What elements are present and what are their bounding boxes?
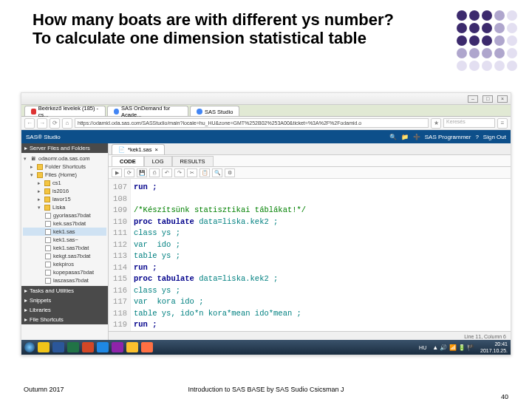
folder-icon: [44, 197, 50, 202]
paste-button[interactable]: 📋: [200, 168, 210, 177]
tree-item[interactable]: ▸cs1: [23, 179, 106, 187]
folder-icon: [37, 172, 43, 178]
source-text[interactable]: run ; /*Készítsünk statisztikai táblákat…: [131, 179, 306, 331]
cut-button[interactable]: ✂: [187, 168, 197, 177]
editor-toolbar: ▶ ⟳ 💾 ⎙ ↶ ↷ ✂ 📋 🔍 ⚙: [109, 167, 511, 179]
sas-studio-icon: [197, 109, 202, 115]
line-gutter: 1071081091101111121131141151161171181191…: [109, 179, 131, 331]
settings-button[interactable]: ⚙: [225, 168, 235, 177]
system-clock[interactable]: 20:412017.10.25.: [480, 341, 508, 354]
redo-button[interactable]: ↷: [174, 168, 185, 177]
page-number: 40: [501, 393, 508, 399]
start-button[interactable]: [24, 342, 35, 352]
tree-item-selected[interactable]: kek1.sas: [23, 228, 106, 236]
role-label: SAS Programmer: [425, 134, 471, 140]
tree-item[interactable]: kekgt.sas7bdat: [23, 252, 106, 260]
browser-tab-1[interactable]: Beérkező levelek (185) - cs...: [24, 106, 106, 116]
tree-item[interactable]: ▸is2016: [23, 187, 106, 195]
menu-button[interactable]: ≡: [497, 118, 508, 129]
browser-tab-2[interactable]: SAS OnDemand for Acade...: [107, 106, 188, 116]
print-button[interactable]: ⎙: [149, 168, 160, 177]
folder-icon: [37, 164, 43, 170]
undo-button[interactable]: ↶: [162, 168, 172, 177]
file-icon: [45, 245, 51, 251]
file-icon: [45, 237, 51, 243]
file-icon: [45, 213, 51, 219]
file-tabs: 📄 *kek1.sas ×: [109, 143, 511, 155]
tree-item[interactable]: ▸Folder Shortcuts: [23, 163, 106, 171]
bookmark-button[interactable]: ★: [431, 118, 441, 129]
forward-button[interactable]: →: [37, 118, 47, 129]
refresh-button[interactable]: ⟳: [124, 168, 134, 177]
tree-item[interactable]: kopepasas7bdat: [23, 268, 106, 276]
sidebar-section-files[interactable]: ▸ Server Files and Folders: [21, 143, 108, 153]
tree-item[interactable]: kek1.sas7bdat: [23, 244, 106, 252]
folder-icon: [44, 188, 50, 194]
powerpoint-icon[interactable]: [82, 342, 94, 352]
browser-toolbar: ← → ⟳ ⌂ https://odamid.oda.sas.com/SASSt…: [21, 117, 511, 130]
sidebar-section-shortcuts[interactable]: ▸ File Shortcuts: [21, 315, 108, 324]
minimize-button[interactable]: –: [468, 95, 478, 103]
tab-results[interactable]: RESULTS: [172, 156, 214, 166]
folder-icon: [44, 205, 50, 211]
reload-button[interactable]: ⟳: [50, 118, 60, 129]
inner-tabs: CODE LOG RESULTS: [109, 155, 511, 167]
folder-tree: ▾🖥 odaomr.oda.sas.com ▸Folder Shortcuts …: [21, 153, 108, 286]
tab-log[interactable]: LOG: [144, 156, 172, 166]
file-icon: [45, 253, 51, 259]
tree-item[interactable]: ▾Files (Home): [23, 171, 106, 179]
folder-icon: [44, 180, 50, 186]
tree-item[interactable]: laszasas7bdat: [23, 276, 106, 284]
maximize-button[interactable]: □: [482, 95, 493, 103]
sas-header: SAS® Studio 🔍 📁 ➕ SAS Programmer ? Sign …: [21, 130, 511, 143]
chrome-icon[interactable]: [126, 342, 138, 352]
tab-code[interactable]: CODE: [112, 156, 144, 166]
save-button[interactable]: 💾: [137, 168, 147, 177]
file-icon: [45, 270, 51, 276]
explorer-icon[interactable]: [38, 342, 50, 352]
back-button[interactable]: ←: [24, 118, 35, 129]
sas-ondemand-icon: [114, 109, 119, 115]
lang-indicator[interactable]: HU: [419, 345, 426, 350]
sidebar-section-snippets[interactable]: ▸ Snippets: [21, 296, 108, 305]
word-icon[interactable]: [52, 342, 64, 352]
close-button[interactable]: ×: [497, 95, 508, 103]
home-button[interactable]: ⌂: [62, 118, 72, 129]
tree-item[interactable]: kek.sas7bdat: [23, 219, 106, 228]
ie-icon[interactable]: [97, 342, 109, 352]
excel-icon[interactable]: [67, 342, 79, 352]
browser-tab-3[interactable]: SAS Studio: [190, 106, 239, 116]
tab-label: SAS Studio: [205, 109, 233, 115]
tab-label: Beérkező levelek (185) - cs...: [38, 105, 99, 118]
folder-icon[interactable]: 📁: [401, 134, 409, 140]
help-icon[interactable]: ?: [475, 134, 478, 140]
sidebar-section-libraries[interactable]: ▸ Libraries: [21, 305, 108, 315]
tree-root[interactable]: ▾🖥 odaomr.oda.sas.com: [23, 154, 106, 163]
run-button[interactable]: ▶: [112, 168, 122, 177]
tree-item[interactable]: kek1.sas~: [23, 236, 106, 244]
app-icon[interactable]: [112, 342, 123, 352]
sidebar-section-tasks[interactable]: ▸ Tasks and Utilities: [21, 286, 108, 296]
firefox-icon[interactable]: [141, 342, 153, 352]
new-icon[interactable]: ➕: [413, 134, 420, 140]
file-tab[interactable]: 📄 *kek1.sas ×: [112, 144, 165, 154]
tree-item[interactable]: kekpiros: [23, 260, 106, 268]
find-button[interactable]: 🔍: [212, 168, 222, 177]
slide-footer: Outumn 2017 Introduction to SAS BASE by …: [0, 386, 532, 393]
mail-icon: [31, 109, 36, 115]
sidebar: ▸ Server Files and Folders ▾🖥 odaomr.oda…: [21, 143, 109, 341]
search-icon[interactable]: 🔍: [389, 134, 397, 140]
search-input[interactable]: Keresés: [443, 118, 495, 128]
tree-item[interactable]: ▾Liska: [23, 203, 106, 211]
window-titlebar: – □ ×: [21, 93, 511, 105]
status-cursor: Line 11, Column 6: [464, 334, 506, 339]
windows-taskbar: HU ▲ 🔊 📶 🔋 🏴 20:412017.10.25.: [21, 340, 511, 355]
file-icon: [45, 262, 51, 267]
close-tab-icon[interactable]: ×: [155, 146, 158, 153]
footer-center: Introduction to SAS BASE by SAS Sudio Cs…: [0, 386, 532, 393]
tree-item[interactable]: gyorlasas7bdat: [23, 211, 106, 219]
signout-link[interactable]: Sign Out: [483, 134, 506, 140]
url-input[interactable]: https://odamid.oda.sas.com/SASStudio/mai…: [75, 118, 429, 128]
tree-item[interactable]: ▸lavor15: [23, 195, 106, 203]
code-editor[interactable]: 1071081091101111121131141151161171181191…: [109, 179, 511, 331]
